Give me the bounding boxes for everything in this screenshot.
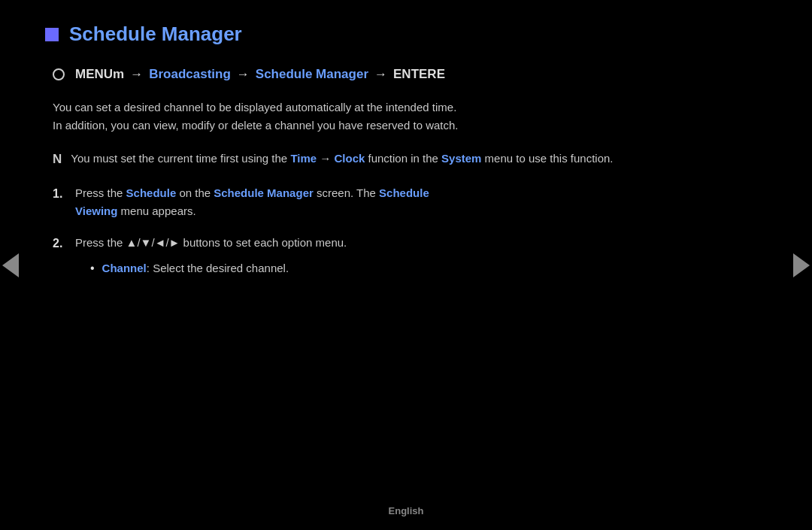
footer-language: English bbox=[389, 505, 424, 516]
step2-text: Press the ▲/▼/◄/► buttons to set each op… bbox=[75, 236, 347, 249]
left-arrow-icon bbox=[2, 253, 19, 277]
note-arrow: → bbox=[317, 152, 334, 165]
note-text-before: You must set the current time first usin… bbox=[71, 152, 290, 165]
step1-text-mid: on the bbox=[176, 186, 214, 199]
nav-right-button[interactable] bbox=[791, 243, 812, 288]
main-content: Schedule Manager MENUm → Broadcasting → … bbox=[0, 0, 722, 313]
note-clock-link: Clock bbox=[334, 152, 365, 165]
description-text: You can set a desired channel to be disp… bbox=[45, 98, 662, 135]
steps-list: 1. Press the Schedule on the Schedule Ma… bbox=[45, 184, 662, 277]
step1-schedule-link: Schedule bbox=[126, 186, 177, 199]
step-2-number: 2. bbox=[53, 234, 65, 253]
step1-schedule-manager-link: Schedule Manager bbox=[214, 186, 314, 199]
menu-arrow-2: → bbox=[237, 67, 250, 82]
bullet-list: • Channel: Select the desired channel. bbox=[75, 259, 347, 277]
right-arrow-icon bbox=[793, 253, 810, 277]
note-text-after: function in the bbox=[365, 152, 441, 165]
page-title-block: Schedule Manager bbox=[45, 23, 662, 46]
page-title: Schedule Manager bbox=[69, 23, 242, 46]
description-line2: In addition, you can view, modify or del… bbox=[53, 119, 459, 132]
step1-text-after: screen. The bbox=[314, 186, 379, 199]
title-square-icon bbox=[45, 28, 59, 41]
bullet-dot: • bbox=[90, 259, 95, 277]
channel-link: Channel bbox=[102, 262, 147, 274]
step-1-text: Press the Schedule on the Schedule Manag… bbox=[75, 184, 429, 220]
menu-step-broadcasting: Broadcasting bbox=[149, 67, 231, 82]
step-1: 1. Press the Schedule on the Schedule Ma… bbox=[53, 184, 662, 220]
menu-path: MENUm → Broadcasting → Schedule Manager … bbox=[45, 67, 662, 82]
note-text-end: menu to use this function. bbox=[481, 152, 613, 165]
note-text: You must set the current time first usin… bbox=[71, 150, 613, 168]
channel-text: : Select the desired channel. bbox=[147, 262, 289, 274]
step-2-text: Press the ▲/▼/◄/► buttons to set each op… bbox=[75, 234, 347, 277]
step-2: 2. Press the ▲/▼/◄/► buttons to set each… bbox=[53, 234, 662, 277]
step1-text-end: menu appears. bbox=[117, 204, 195, 217]
step1-text-before: Press the bbox=[75, 186, 126, 199]
bullet-channel: • Channel: Select the desired channel. bbox=[90, 259, 347, 277]
note-system-link: System bbox=[441, 152, 481, 165]
note-prefix: N bbox=[53, 150, 62, 169]
note-time-link: Time bbox=[290, 152, 317, 165]
menu-label: MENUm bbox=[75, 67, 124, 82]
bullet-text: Channel: Select the desired channel. bbox=[102, 259, 289, 277]
menu-arrow-3: → bbox=[374, 67, 387, 82]
nav-left-button[interactable] bbox=[0, 243, 21, 288]
step-1-number: 1. bbox=[53, 184, 65, 204]
menu-arrow-1: → bbox=[130, 67, 143, 82]
description-line1: You can set a desired channel to be disp… bbox=[53, 101, 456, 114]
menu-step-schedule-manager: Schedule Manager bbox=[256, 67, 368, 82]
circle-icon bbox=[53, 68, 65, 80]
note-block: N You must set the current time first us… bbox=[45, 150, 662, 169]
menu-step-enter: ENTERE bbox=[393, 67, 445, 82]
